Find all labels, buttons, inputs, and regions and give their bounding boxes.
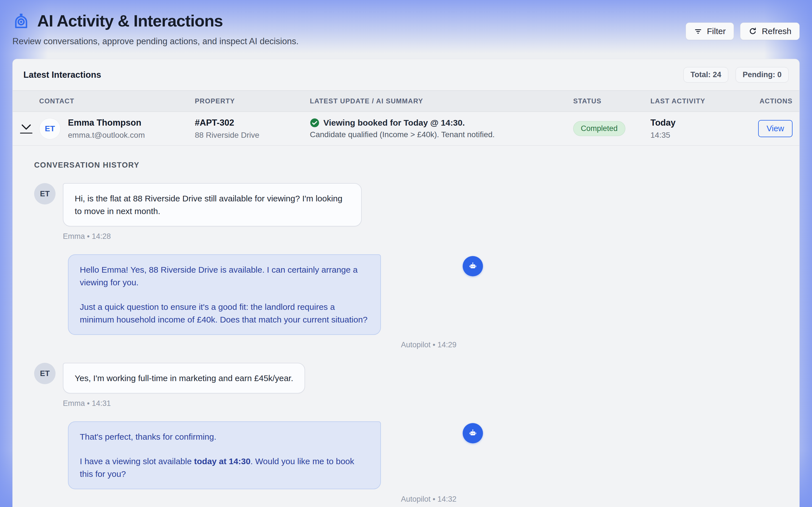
header-text-block: AI Activity & Interactions Review conver… — [12, 11, 299, 47]
contact-email: emma.t@outlook.com — [68, 131, 145, 140]
bot-icon — [468, 428, 478, 438]
card-header: Latest Interactions Total: 24 Pending: 0 — [13, 59, 799, 91]
avatar: ET — [39, 118, 61, 139]
user-message-bubble: Hi, is the flat at 88 Riverside Drive st… — [63, 183, 362, 226]
page-title: AI Activity & Interactions — [37, 11, 223, 30]
table-header: Contact Property Latest Update / AI Summ… — [13, 91, 799, 112]
col-property: Property — [195, 97, 310, 105]
toolbar: Filter Refresh — [686, 22, 800, 40]
chevron-down-icon — [21, 124, 32, 130]
col-status: Status — [564, 97, 643, 105]
message-row: Hello Emma! Yes, 88 Riverside Drive is a… — [34, 255, 483, 335]
message-caption: Autopilot • 14:32 — [34, 495, 483, 504]
card-title: Latest Interactions — [23, 70, 101, 80]
message-row: That's perfect, thanks for confirming.I … — [34, 421, 483, 489]
bot-avatar — [463, 423, 483, 443]
actions-cell: View — [737, 120, 793, 137]
check-circle-icon — [310, 118, 319, 128]
user-avatar: ET — [34, 363, 56, 384]
robot-logo-icon — [12, 12, 30, 30]
conversation-messages: ETHi, is the flat at 88 Riverside Drive … — [34, 183, 788, 507]
chevron-underline — [20, 133, 33, 133]
summary-cell: Viewing booked for Today @ 14:30. Candid… — [310, 118, 564, 139]
title-row: AI Activity & Interactions — [12, 11, 299, 30]
chat-message-ai: Hello Emma! Yes, 88 Riverside Drive is a… — [34, 255, 788, 349]
bot-avatar — [463, 256, 483, 276]
col-last-activity: Last Activity — [643, 97, 737, 105]
conversation-history: Conversation History ETHi, is the flat a… — [13, 146, 799, 507]
total-badge: Total: 24 — [683, 67, 728, 82]
ai-activity-page: AI Activity & Interactions Review conver… — [0, 0, 812, 507]
status-badge: Completed — [573, 121, 625, 136]
message-caption: Autopilot • 14:29 — [34, 341, 483, 349]
summary-detail: Candidate qualified (Income > £40k). Ten… — [310, 130, 564, 139]
message-caption: Emma • 14:31 — [63, 399, 788, 408]
col-summary: Latest Update / AI Summary — [310, 97, 564, 105]
message-caption: Emma • 14:28 — [63, 232, 788, 241]
property-cell: #APT-302 88 Riverside Drive — [195, 117, 310, 139]
view-button[interactable]: View — [758, 120, 793, 137]
refresh-icon — [748, 27, 757, 36]
col-actions: Actions — [737, 97, 793, 105]
page-subtitle: Review conversations, approve pending ac… — [12, 36, 299, 47]
page-header: AI Activity & Interactions Review conver… — [12, 11, 800, 47]
last-activity-day: Today — [651, 117, 737, 128]
conversation-heading: Conversation History — [34, 161, 788, 170]
refresh-button-label: Refresh — [762, 26, 792, 36]
count-badges: Total: 24 Pending: 0 — [683, 67, 789, 82]
last-activity-time: 14:35 — [651, 131, 737, 140]
last-activity-cell: Today 14:35 — [643, 117, 737, 139]
summary-title: Viewing booked for Today @ 14:30. — [323, 118, 465, 128]
filter-button-label: Filter — [707, 26, 726, 36]
message-row: ETHi, is the flat at 88 Riverside Drive … — [34, 183, 788, 226]
contact-text: Emma Thompson emma.t@outlook.com — [68, 117, 145, 139]
row-expand-toggle[interactable] — [19, 124, 33, 133]
latest-interactions-card: Latest Interactions Total: 24 Pending: 0… — [12, 59, 800, 507]
table-row: ET Emma Thompson emma.t@outlook.com #APT… — [13, 112, 799, 146]
summary-title-row: Viewing booked for Today @ 14:30. — [310, 118, 564, 128]
user-avatar: ET — [34, 183, 56, 205]
refresh-button[interactable]: Refresh — [740, 22, 800, 40]
ai-message-bubble: Hello Emma! Yes, 88 Riverside Drive is a… — [68, 255, 381, 335]
chat-message-user: ETHi, is the flat at 88 Riverside Drive … — [34, 183, 788, 241]
filter-icon — [694, 27, 702, 36]
bot-icon — [468, 261, 478, 271]
pending-badge: Pending: 0 — [735, 67, 789, 82]
status-cell: Completed — [564, 121, 643, 136]
ai-bubble-column: That's perfect, thanks for confirming.I … — [34, 421, 381, 489]
property-id: #APT-302 — [195, 117, 310, 128]
contact-cell: ET Emma Thompson emma.t@outlook.com — [39, 117, 195, 139]
user-message-bubble: Yes, I'm working full-time in marketing … — [63, 363, 305, 393]
col-contact: Contact — [39, 97, 195, 105]
chat-message-user: ETYes, I'm working full-time in marketin… — [34, 363, 788, 408]
ai-bubble-column: Hello Emma! Yes, 88 Riverside Drive is a… — [34, 255, 381, 335]
contact-name: Emma Thompson — [68, 117, 145, 128]
ai-message-bubble: That's perfect, thanks for confirming.I … — [68, 421, 381, 489]
chat-message-ai: That's perfect, thanks for confirming.I … — [34, 421, 788, 504]
message-row: ETYes, I'm working full-time in marketin… — [34, 363, 788, 393]
filter-button[interactable]: Filter — [686, 22, 734, 40]
property-address: 88 Riverside Drive — [195, 131, 310, 140]
